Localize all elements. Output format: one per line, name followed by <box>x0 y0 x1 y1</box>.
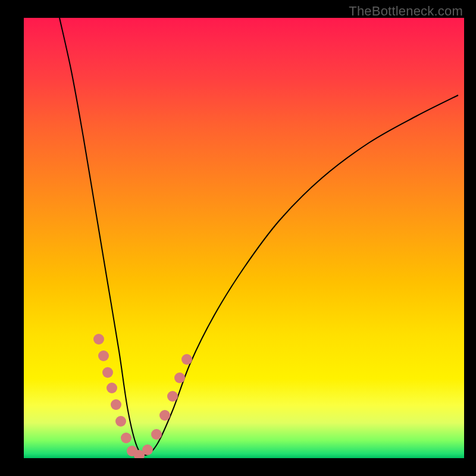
sample-dot <box>98 350 109 361</box>
sample-dot <box>181 354 192 365</box>
sample-dot <box>142 444 153 455</box>
sample-dot <box>102 367 113 378</box>
attribution-text: TheBottleneck.com <box>349 4 463 19</box>
sample-dot <box>111 399 121 410</box>
sample-dots <box>93 334 192 458</box>
curve-svg <box>24 18 464 458</box>
sample-dot <box>167 391 178 402</box>
sample-dot <box>174 372 185 383</box>
sample-dot <box>151 429 162 440</box>
bottleneck-curve <box>60 18 458 455</box>
plot-area <box>24 18 464 458</box>
sample-dot <box>107 383 117 393</box>
sample-dot <box>93 334 104 345</box>
sample-dot <box>159 410 170 421</box>
chart-frame: TheBottleneck.com <box>0 0 476 476</box>
sample-dot <box>121 433 131 443</box>
sample-dot <box>115 416 126 427</box>
